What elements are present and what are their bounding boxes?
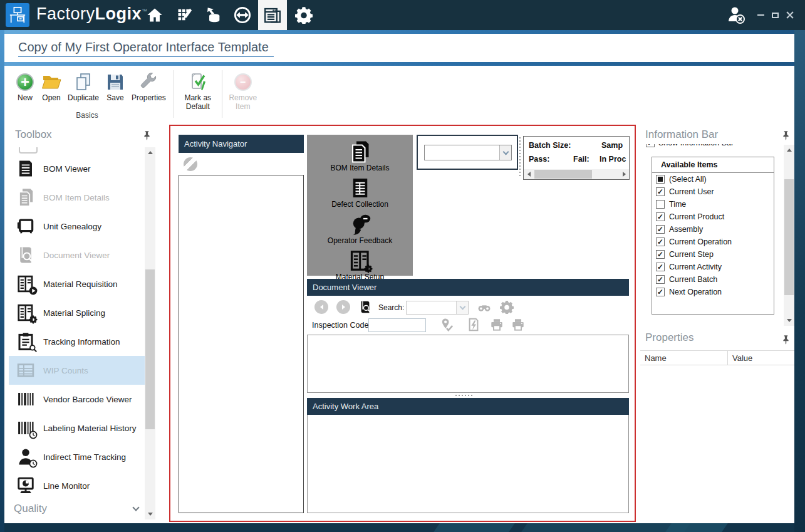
toolbox-item-material-requisition[interactable]: Material Requisition <box>9 269 145 298</box>
splitter-handle-horizontal[interactable] <box>455 394 474 397</box>
toolbox-item-unit-genealogy[interactable]: Unit Genealogy <box>9 212 145 241</box>
toolbox-item-vendor-barcode-viewer[interactable]: Vendor Barcode Viewer <box>9 385 145 414</box>
document-lightning-icon[interactable] <box>467 318 480 331</box>
mark-as-default-button[interactable]: Mark as Default <box>179 70 217 113</box>
toolbox-item-document-viewer[interactable]: Document Viewer <box>9 241 145 269</box>
activity-navigator-widget[interactable]: Activity Navigator <box>179 135 304 513</box>
nav-home-button[interactable] <box>140 0 169 30</box>
toolbox-item-material-splicing[interactable]: Material Splicing <box>9 298 145 327</box>
printer-icon[interactable] <box>511 318 525 331</box>
dropdown-button[interactable] <box>499 145 511 160</box>
forward-button[interactable] <box>336 300 350 314</box>
column-header-value[interactable]: Value <box>728 351 794 365</box>
toolbox-pin-icon[interactable] <box>143 131 150 143</box>
scroll-up-arrow[interactable] <box>145 147 155 158</box>
scroll-up-arrow[interactable] <box>784 145 794 155</box>
checkbox[interactable] <box>656 212 665 221</box>
minimize-button[interactable] <box>754 9 767 21</box>
item-current-activity[interactable]: Current Activity <box>652 261 774 273</box>
nav-templates-button-active[interactable] <box>258 0 287 30</box>
duplicate-button[interactable]: Duplicate <box>65 70 102 105</box>
item-select-all[interactable]: (Select All) <box>652 173 774 185</box>
printer-icon[interactable] <box>490 318 504 331</box>
widget-material-setup[interactable]: Material Setup <box>307 249 413 281</box>
widget-operator-feedback[interactable]: Operator Feedback <box>307 213 413 245</box>
user-logout-button[interactable] <box>724 0 749 30</box>
document-viewer-widget[interactable]: Document Viewer Search: Inspection Code <box>307 279 629 393</box>
open-button[interactable]: Open <box>38 70 65 105</box>
item-current-user[interactable]: Current User <box>652 185 774 198</box>
nav-settings-button[interactable] <box>289 0 318 30</box>
toolbox-item-wip-counts[interactable]: WIP Counts <box>9 356 145 385</box>
checkbox[interactable] <box>656 200 665 209</box>
search-combobox[interactable] <box>406 301 469 315</box>
designer-canvas[interactable]: Activity Navigator BOM Item Details Defe… <box>169 125 636 522</box>
grid-edit-icon <box>176 6 194 24</box>
checkbox[interactable] <box>656 175 665 184</box>
back-button[interactable] <box>314 300 328 314</box>
splitter-handle-vertical[interactable] <box>519 137 521 177</box>
widget-defect-collection[interactable]: Defect Collection <box>307 177 413 209</box>
remove-item-button[interactable]: – Remove Item <box>227 70 259 113</box>
unit-genealogy-icon <box>16 217 35 236</box>
inspection-code-input[interactable] <box>368 318 426 332</box>
batch-panel-hscrollbar[interactable] <box>524 169 629 179</box>
properties-pin-icon[interactable] <box>782 335 789 347</box>
item-time[interactable]: Time <box>652 198 774 211</box>
scroll-down-arrow[interactable] <box>784 315 794 326</box>
checkbox[interactable] <box>656 187 665 196</box>
checkbox[interactable] <box>656 237 665 246</box>
scroll-left-arrow[interactable] <box>524 169 534 179</box>
nav-sync-button[interactable] <box>228 0 257 30</box>
ribbon-separator <box>174 70 174 118</box>
widget-bom-item-details[interactable]: BOM Item Details <box>307 140 413 172</box>
new-button[interactable]: + New <box>12 70 38 105</box>
item-next-operation[interactable]: Next Operation <box>652 286 774 298</box>
dropdown-widget-frame[interactable] <box>417 135 518 170</box>
binoculars-icon[interactable] <box>477 301 491 315</box>
item-assembly[interactable]: Assembly <box>652 223 774 236</box>
scroll-right-arrow[interactable] <box>619 169 629 179</box>
checkbox[interactable] <box>656 275 665 284</box>
widget-dropdown[interactable] <box>424 145 512 160</box>
item-current-batch[interactable]: Current Batch <box>652 273 774 286</box>
batch-info-widget[interactable]: Batch Size: Samp Pass: Fail: In Proc <box>523 136 630 180</box>
gear-icon[interactable] <box>500 300 514 314</box>
toolbox-item-labeling-material-history[interactable]: Labeling Material History <box>9 414 145 442</box>
window-frame-bottom <box>4 523 794 532</box>
nav-production-button[interactable] <box>170 0 199 30</box>
close-button[interactable] <box>783 9 797 21</box>
scrollbar-thumb[interactable] <box>534 170 592 179</box>
scrollbar-thumb[interactable] <box>784 179 794 295</box>
properties-button[interactable]: Properties <box>128 70 169 105</box>
pin-check-icon[interactable] <box>440 318 454 331</box>
item-current-step[interactable]: Current Step <box>652 248 774 261</box>
save-button[interactable]: Save <box>102 70 128 105</box>
activity-work-area-widget[interactable]: Activity Work Area <box>307 398 629 513</box>
toolbox-item-bom-viewer[interactable]: BOM Viewer <box>9 154 145 183</box>
toolbox-item-line-monitor[interactable]: Line Monitor <box>9 471 145 500</box>
information-bar-scrollbar[interactable] <box>784 145 794 326</box>
checkbox[interactable] <box>656 288 665 296</box>
toolbox-item-bom-item-details[interactable]: BOM Item Details <box>9 183 145 212</box>
template-name-field[interactable]: Copy of My First Operator Interface Temp… <box>18 40 274 57</box>
toolbox-item-tracking-information[interactable]: Tracking Information <box>9 327 145 356</box>
item-current-operation[interactable]: Current Operation <box>652 236 774 248</box>
toolbox-item-indirect-time-tracking[interactable]: Indirect Time Tracking <box>9 442 145 471</box>
toolbox-scrollbar[interactable] <box>145 147 155 519</box>
scroll-down-arrow[interactable] <box>145 509 155 519</box>
column-header-name[interactable]: Name <box>640 351 728 365</box>
toolbox-section-quality[interactable]: Quality <box>9 499 145 518</box>
show-information-bar-row-clipped[interactable]: Show Information Bar <box>646 144 771 151</box>
information-bar-pin-icon[interactable] <box>782 131 789 143</box>
dropdown-button[interactable] <box>456 301 468 314</box>
checkbox[interactable] <box>656 250 665 259</box>
scrollbar-thumb[interactable] <box>145 269 155 429</box>
checkbox[interactable] <box>656 225 665 234</box>
maximize-button[interactable] <box>768 9 782 21</box>
checkbox[interactable] <box>656 263 665 271</box>
nav-data-import-button[interactable] <box>199 0 228 30</box>
show-information-bar-checkbox[interactable] <box>646 144 655 147</box>
document-search-icon[interactable] <box>358 300 372 314</box>
item-current-product[interactable]: Current Product <box>652 211 774 223</box>
